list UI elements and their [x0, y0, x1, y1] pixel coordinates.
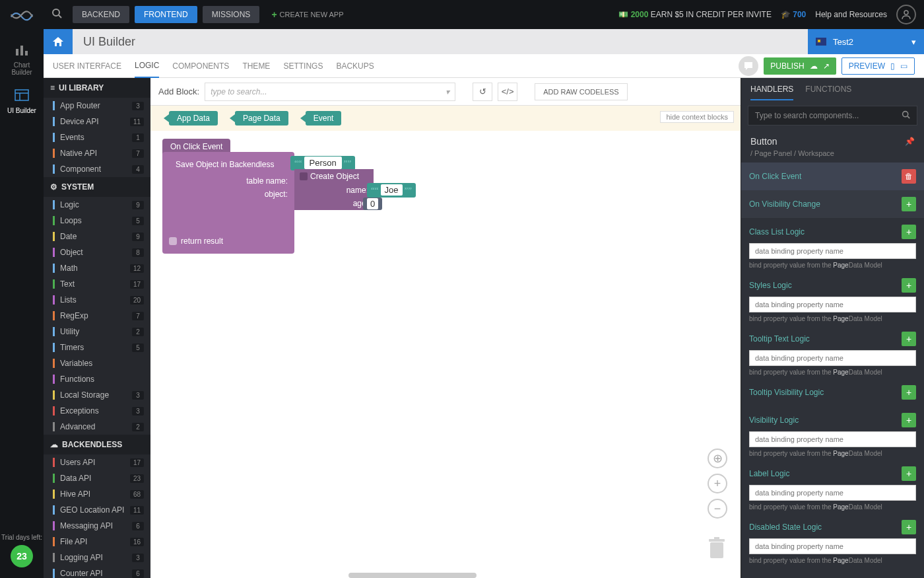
svg-point-6 [53, 9, 59, 16]
home-button[interactable] [44, 29, 73, 54]
add-icon[interactable]: + [902, 197, 916, 211]
block-sidebar[interactable]: ≡ UI LIBRARYApp Router3Device API11Event… [44, 78, 150, 578]
handler-on-click[interactable]: On Click Event🗑 [741, 163, 924, 190]
publish-button[interactable]: PUBLISH ☁ ↗ [764, 57, 836, 75]
svg-rect-11 [714, 537, 719, 539]
help-link[interactable]: Help and Resources [815, 10, 887, 19]
create-new-app[interactable]: +CREATE NEW APP [271, 9, 343, 20]
tab-frontend[interactable]: FRONTEND [135, 6, 197, 23]
sidebar-item[interactable]: Loops5 [44, 213, 150, 229]
center-button[interactable]: ⊕ [708, 449, 727, 468]
undo-button[interactable]: ↺ [473, 83, 492, 101]
horizontal-scrollbar[interactable] [348, 573, 477, 578]
add-icon[interactable]: + [902, 225, 916, 239]
pin-icon[interactable]: 📌 [905, 137, 915, 146]
user-avatar[interactable] [896, 5, 916, 24]
sidebar-item[interactable]: Advanced2 [44, 419, 150, 435]
block-save-object[interactable]: Save Object in Backendless table name: o… [162, 152, 294, 254]
credits[interactable]: 💵 2000 EARN $5 IN CREDIT PER INVITE [618, 10, 772, 19]
zoom-in-button[interactable]: + [708, 474, 727, 493]
chat-icon[interactable] [739, 56, 758, 76]
binding-input[interactable] [749, 297, 916, 312]
sidebar-item[interactable]: File API16 [44, 534, 150, 550]
add-icon[interactable]: + [902, 278, 916, 293]
sidebar-item[interactable]: Users API17 [44, 454, 150, 470]
binding-input[interactable] [749, 538, 916, 554]
sidebar-item[interactable]: Lists20 [44, 292, 150, 308]
block-create-object[interactable]: Create Object name: age: [294, 169, 374, 210]
ctx-page-data[interactable]: Page Data [235, 111, 288, 126]
sidebar-section[interactable]: ≡ UI LIBRARY [44, 78, 150, 98]
sidebar-section[interactable]: ☁ BACKENDLESS [44, 435, 150, 454]
sidebar-item[interactable]: Native API7 [44, 145, 150, 161]
sidebar-item[interactable]: Math12 [44, 260, 150, 276]
logic-section: Visibility Logic+bind property value fro… [741, 406, 924, 460]
hide-context-button[interactable]: hide context blocks [660, 111, 734, 123]
sidebar-item[interactable]: Component4 [44, 161, 150, 177]
grad-points[interactable]: 🎓 700 [781, 10, 806, 19]
binding-input[interactable] [749, 243, 916, 259]
subtab-logic[interactable]: LOGIC [135, 54, 159, 78]
nav-chart-builder[interactable]: Chart Builder [5, 37, 38, 83]
zoom-out-button[interactable]: − [708, 499, 727, 519]
sidebar-item[interactable]: Utility2 [44, 324, 150, 340]
nav-ui-builder[interactable]: UI Builder [5, 83, 38, 121]
subtab-settings[interactable]: SETTINGS [283, 55, 323, 77]
ctx-app-data[interactable]: App Data [169, 111, 218, 126]
sidebar-item[interactable]: Messaging API6 [44, 518, 150, 534]
value-zero[interactable]: 0 [367, 198, 378, 209]
sidebar-item[interactable]: Events1 [44, 129, 150, 145]
binding-input[interactable] [749, 350, 916, 366]
binding-input[interactable] [749, 431, 916, 447]
sidebar-item[interactable]: App Router3 [44, 98, 150, 114]
sidebar-item[interactable]: Logging API3 [44, 550, 150, 565]
ctx-event[interactable]: Event [306, 111, 342, 126]
code-button[interactable]: </> [498, 83, 517, 101]
sidebar-item[interactable]: Date9 [44, 229, 150, 244]
preview-button[interactable]: PREVIEW ▯ ▭ [842, 57, 915, 75]
block-search-input[interactable]: type to search...▾ [205, 83, 455, 101]
sidebar-item[interactable]: Variables [44, 355, 150, 371]
add-icon[interactable]: + [902, 385, 916, 400]
sidebar-section[interactable]: ⚙ SYSTEM [44, 177, 150, 197]
gear-icon[interactable] [300, 172, 308, 180]
sidebar-item[interactable]: Data API23 [44, 470, 150, 486]
binding-input[interactable] [749, 485, 916, 501]
sidebar-item[interactable]: Device API11 [44, 114, 150, 129]
search-icon[interactable] [51, 8, 62, 21]
sidebar-item[interactable]: Hive API68 [44, 486, 150, 502]
app-selector[interactable]: Test2 ▾ [808, 29, 924, 54]
sidebar-item[interactable]: Object8 [44, 244, 150, 260]
checkbox-icon[interactable] [169, 237, 177, 245]
sidebar-item[interactable]: Text17 [44, 276, 150, 292]
sidebar-item[interactable]: Counter API6 [44, 565, 150, 578]
add-icon[interactable]: + [902, 466, 916, 481]
rp-tab-functions[interactable]: FUNCTIONS [805, 85, 851, 100]
canvas[interactable]: On Click Event Save Object in Backendles… [150, 131, 741, 578]
tab-missions[interactable]: MISSIONS [203, 6, 260, 23]
subtab-theme[interactable]: THEME [242, 55, 270, 77]
add-icon[interactable]: + [902, 413, 916, 427]
sidebar-item[interactable]: Timers5 [44, 340, 150, 355]
subtab-components[interactable]: COMPONENTS [172, 55, 229, 77]
tab-backend[interactable]: BACKEND [73, 6, 129, 23]
subtab-ui[interactable]: USER INTERFACE [53, 55, 121, 77]
sidebar-item[interactable]: Exceptions3 [44, 403, 150, 419]
plus-icon: + [271, 9, 277, 20]
trash-icon[interactable] [708, 537, 726, 565]
sidebar-item[interactable]: GEO Location API11 [44, 502, 150, 518]
delete-icon[interactable]: 🗑 [902, 169, 916, 184]
subtab-backups[interactable]: BACKUPS [336, 55, 374, 77]
sidebar-item[interactable]: Logic9 [44, 197, 150, 213]
add-raw-codeless-button[interactable]: ADD RAW CODELESS [535, 83, 628, 100]
value-joe[interactable]: Joe [381, 184, 403, 196]
rp-tab-handlers[interactable]: HANDLERS [750, 85, 793, 100]
sidebar-item[interactable]: Functions [44, 371, 150, 387]
value-person[interactable]: Person [304, 157, 342, 169]
handler-on-visibility[interactable]: On Visibility Change+ [741, 190, 924, 218]
sidebar-item[interactable]: RegExp7 [44, 308, 150, 324]
add-icon[interactable]: + [902, 520, 916, 534]
add-icon[interactable]: + [902, 332, 916, 346]
sidebar-item[interactable]: Local Storage3 [44, 387, 150, 403]
component-search-input[interactable]: Type to search components... [748, 106, 917, 126]
